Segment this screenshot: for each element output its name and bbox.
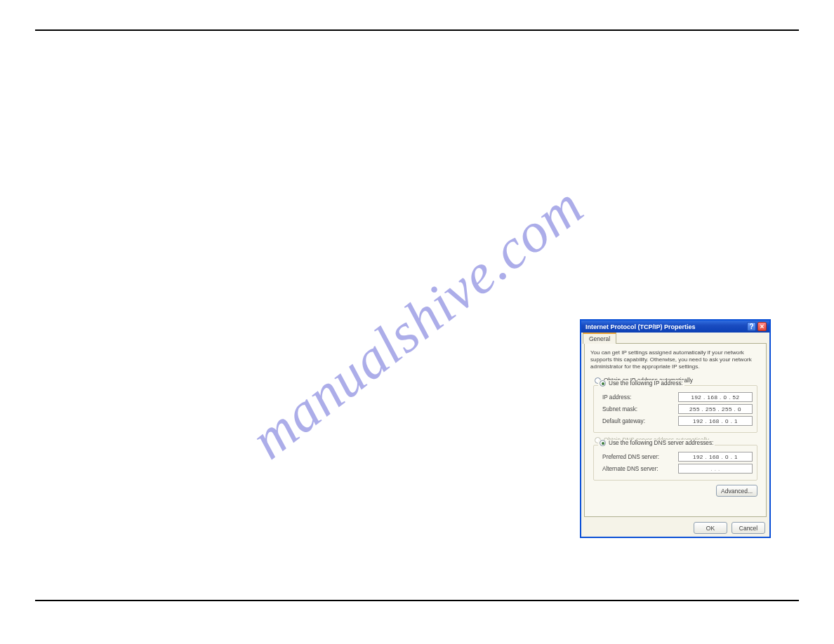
radio-icon xyxy=(600,380,606,387)
default-gateway-label: Default gateway: xyxy=(602,418,645,424)
ip-address-label: IP address: xyxy=(602,394,631,401)
ok-button[interactable]: OK xyxy=(694,522,727,534)
subnet-mask-label: Subnet mask: xyxy=(602,406,637,412)
close-icon[interactable]: × xyxy=(757,322,767,331)
cancel-button[interactable]: Cancel xyxy=(732,522,765,534)
tcpip-properties-dialog: Internet Protocol (TCP/IP) Properties ? … xyxy=(580,319,771,538)
radio-label: Use the following IP address: xyxy=(609,380,683,387)
tab-general[interactable]: General xyxy=(583,333,616,344)
preferred-dns-input[interactable]: 192 . 168 . 0 . 1 xyxy=(678,452,753,462)
help-icon[interactable]: ? xyxy=(747,322,756,331)
advanced-button[interactable]: Advanced... xyxy=(716,485,757,497)
rule-top xyxy=(35,29,799,31)
titlebar[interactable]: Internet Protocol (TCP/IP) Properties ? … xyxy=(581,321,769,333)
intro-text: You can get IP settings assigned automat… xyxy=(590,349,760,370)
radio-use-following-ip[interactable]: Use the following IP address: xyxy=(598,380,684,387)
radio-label: Use the following DNS server addresses: xyxy=(609,440,713,446)
ip-groupbox: Use the following IP address: IP address… xyxy=(593,385,757,433)
ip-address-input[interactable]: 192 . 168 . 0 . 52 xyxy=(678,392,753,402)
dns-groupbox: Use the following DNS server addresses: … xyxy=(593,445,757,481)
watermark-text: manualshive.com xyxy=(239,174,595,471)
dialog-title: Internet Protocol (TCP/IP) Properties xyxy=(585,323,696,330)
subnet-mask-input[interactable]: 255 . 255 . 255 . 0 xyxy=(678,404,753,414)
radio-use-following-dns[interactable]: Use the following DNS server addresses: xyxy=(598,440,715,446)
preferred-dns-label: Preferred DNS server: xyxy=(602,454,659,460)
radio-icon xyxy=(600,440,606,446)
general-panel: You can get IP settings assigned automat… xyxy=(584,343,767,517)
alternate-dns-label: Alternate DNS server: xyxy=(602,466,658,472)
rule-bottom xyxy=(35,600,799,601)
default-gateway-input[interactable]: 192 . 168 . 0 . 1 xyxy=(678,416,753,426)
alternate-dns-input[interactable]: . . . xyxy=(678,464,753,474)
